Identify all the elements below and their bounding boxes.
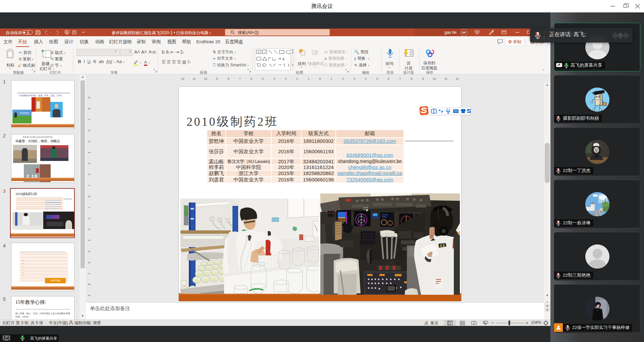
- svg-text:⇾: ⇾: [263, 50, 266, 54]
- svg-text:A: A: [258, 50, 260, 54]
